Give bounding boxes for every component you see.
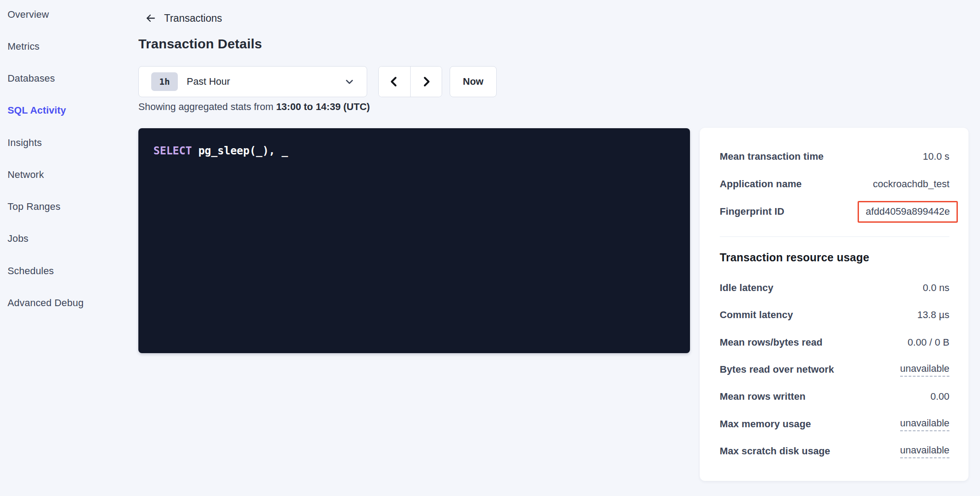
sidebar-item-advanced-debug[interactable]: Advanced Debug: [8, 294, 84, 312]
row-label: Application name: [720, 178, 802, 190]
previous-interval-button[interactable]: [379, 67, 410, 97]
row-value: 0.0 ns: [923, 282, 949, 294]
sidebar-item-jobs[interactable]: Jobs: [8, 230, 28, 248]
breadcrumb-label: Transactions: [164, 12, 222, 24]
sidebar-item-databases[interactable]: Databases: [8, 70, 55, 87]
row-mean-transaction-time: Mean transaction time 10.0 s: [720, 143, 949, 170]
sidebar-item-metrics[interactable]: Metrics: [8, 38, 39, 55]
sidebar-item-sql-activity[interactable]: SQL Activity: [8, 102, 66, 119]
time-pager: [378, 66, 442, 97]
page-title: Transaction Details: [138, 36, 262, 51]
sidebar-item-overview[interactable]: Overview: [8, 6, 49, 24]
chevron-left-icon: [388, 75, 401, 88]
unavailable-tooltip-value[interactable]: unavailable: [900, 417, 949, 431]
row-mean-rows-written: Mean rows written 0.00: [720, 383, 949, 410]
sidebar-item-label: Advanced Debug: [8, 297, 84, 309]
sidebar-item-label: Jobs: [8, 233, 28, 244]
sql-statement-box: SELECT pg_sleep(_), _: [138, 128, 690, 353]
sidebar-item-top-ranges[interactable]: Top Ranges: [8, 198, 60, 216]
sidebar: Overview Metrics Databases SQL Activity …: [0, 0, 133, 496]
now-button[interactable]: Now: [450, 66, 497, 97]
stats-caption-prefix: Showing aggregated stats from: [138, 101, 276, 112]
row-label: Bytes read over network: [720, 364, 834, 375]
breadcrumb-back-transactions[interactable]: Transactions: [145, 11, 222, 26]
stats-caption-range: 13:00 to 14:39 (UTC): [276, 101, 370, 112]
row-fingerprint-id: Fingerprint ID afdd4059a899442e: [720, 198, 949, 225]
row-idle-latency: Idle latency 0.0 ns: [720, 275, 949, 301]
next-interval-button[interactable]: [410, 67, 442, 97]
back-arrow-icon: [145, 12, 157, 24]
sidebar-item-label: Metrics: [8, 41, 39, 52]
unavailable-tooltip-value[interactable]: unavailable: [900, 445, 949, 458]
interval-badge: 1h: [151, 72, 178, 91]
sidebar-item-label: Insights: [8, 137, 42, 149]
row-label: Max memory usage: [720, 418, 811, 430]
fingerprint-id-highlight: afdd4059a899442e: [858, 201, 958, 223]
row-value: 0.00: [930, 391, 949, 402]
chevron-down-icon: [344, 76, 355, 87]
sidebar-item-label: Databases: [8, 73, 55, 84]
chevron-right-icon: [419, 75, 433, 88]
transaction-details-card: Mean transaction time 10.0 s Application…: [700, 128, 968, 481]
row-value: 10.0 s: [923, 151, 949, 162]
sidebar-item-schedules[interactable]: Schedules: [8, 262, 54, 280]
sql-keyword: SELECT: [153, 145, 192, 157]
sidebar-item-label: Overview: [8, 9, 49, 20]
sidebar-item-label: SQL Activity: [8, 105, 66, 116]
row-value: 13.8 µs: [917, 309, 949, 321]
row-label: Idle latency: [720, 282, 773, 294]
sql-statement-text: pg_sleep(_), _: [192, 145, 288, 157]
row-application-name: Application name cockroachdb_test: [720, 171, 949, 197]
row-commit-latency: Commit latency 13.8 µs: [720, 302, 949, 328]
row-value: cockroachdb_test: [873, 178, 949, 190]
sidebar-item-network[interactable]: Network: [8, 166, 44, 184]
aggregated-stats-caption: Showing aggregated stats from 13:00 to 1…: [138, 101, 370, 113]
row-mean-rows-bytes-read: Mean rows/bytes read 0.00 / 0 B: [720, 329, 949, 356]
row-bytes-read-over-network: Bytes read over network unavailable: [720, 356, 949, 383]
card-divider: [720, 236, 949, 237]
row-label: Commit latency: [720, 309, 793, 321]
time-range-dropdown[interactable]: 1h Past Hour: [138, 66, 367, 97]
row-label: Max scratch disk usage: [720, 445, 830, 457]
sidebar-item-insights[interactable]: Insights: [8, 134, 42, 152]
row-label: Mean transaction time: [720, 151, 823, 162]
row-label: Fingerprint ID: [720, 206, 784, 217]
sidebar-item-label: Schedules: [8, 265, 54, 277]
fingerprint-id-value: afdd4059a899442e: [866, 206, 950, 217]
row-max-memory-usage: Max memory usage unavailable: [720, 411, 949, 437]
unavailable-tooltip-value[interactable]: unavailable: [900, 363, 949, 377]
row-value: 0.00 / 0 B: [908, 337, 949, 348]
resource-usage-heading: Transaction resource usage: [720, 251, 869, 264]
sidebar-item-label: Network: [8, 169, 44, 181]
sidebar-item-label: Top Ranges: [8, 201, 60, 213]
row-label: Mean rows written: [720, 391, 806, 402]
row-max-scratch-disk-usage: Max scratch disk usage unavailable: [720, 438, 949, 465]
row-label: Mean rows/bytes read: [720, 337, 823, 348]
time-range-selected-value: Past Hour: [187, 76, 344, 87]
